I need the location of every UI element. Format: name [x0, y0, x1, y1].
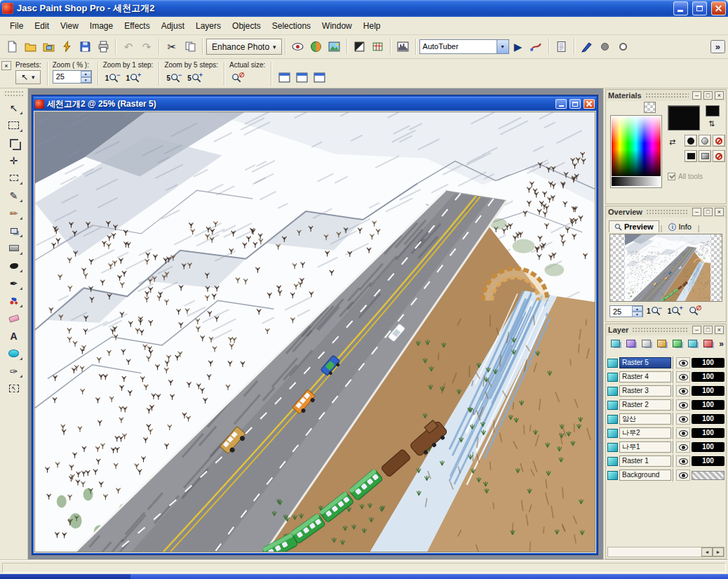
palette-drag-handle[interactable] [5, 91, 23, 96]
layer-row[interactable]: Background [607, 468, 724, 482]
straighten-grid-button[interactable] [369, 38, 387, 55]
layer-horizontal-scrollbar[interactable]: ◄ ► [607, 547, 724, 557]
tab-preview[interactable]: Preview [609, 220, 659, 232]
background-gradient-style-button[interactable] [699, 150, 711, 162]
text-tool[interactable]: A [4, 328, 24, 344]
background-transparent-button[interactable] [713, 150, 725, 162]
new-layer-group-button[interactable] [670, 337, 685, 350]
layer-opacity[interactable]: 100 [692, 456, 724, 466]
layer-name[interactable]: 암산 [619, 413, 671, 425]
layer-row[interactable]: 암산 100 [607, 412, 724, 426]
background-color-swatch[interactable] [706, 105, 720, 117]
layer-row[interactable]: 나무1 100 [607, 440, 724, 454]
overview-close-button[interactable]: × [715, 208, 724, 216]
undo-button[interactable]: ↶ [119, 38, 137, 55]
preset-shapes-tool[interactable] [4, 345, 24, 361]
menu-item-adjust[interactable]: Adjust [156, 18, 190, 34]
overview-thumbnail[interactable] [609, 234, 722, 302]
script-record-button[interactable] [614, 38, 633, 55]
zoom-out-5-button[interactable]: 5− [164, 70, 184, 86]
layer-opacity[interactable]: 100 [692, 414, 724, 424]
image-close-button[interactable] [584, 99, 595, 109]
layer-opacity[interactable]: 100 [692, 428, 724, 438]
scroll-right-button[interactable]: ► [713, 547, 724, 557]
layer-name[interactable]: 나무1 [619, 441, 671, 453]
overview-minimize-button[interactable]: – [692, 208, 701, 216]
layer-row[interactable]: 나무2 100 [607, 426, 724, 440]
layer-name[interactable]: Background [619, 470, 671, 481]
hue-saturation-map[interactable] [612, 117, 661, 176]
airbrush-tool[interactable] [4, 293, 24, 309]
layer-opacity[interactable]: 100 [692, 372, 724, 382]
contrast-button[interactable] [351, 38, 369, 55]
color-picker-rainbow[interactable] [610, 115, 662, 188]
overview-maximize-button[interactable]: □ [703, 208, 713, 216]
background-color-style-button[interactable] [685, 150, 697, 162]
layer-visibility-toggle[interactable] [676, 470, 690, 481]
tool-options-close-button[interactable]: × [1, 61, 11, 70]
zoom-in-1-button[interactable]: 1+ [124, 70, 144, 86]
eraser-tool[interactable] [4, 310, 24, 326]
foreground-transparent-button[interactable] [713, 135, 725, 147]
zoom-out-1-button[interactable]: 1− [103, 70, 123, 86]
menu-item-edit[interactable]: Edit [29, 18, 55, 34]
menu-item-image[interactable]: Image [84, 18, 119, 34]
menu-item-effects[interactable]: Effects [119, 18, 155, 34]
layer-splitter[interactable] [673, 357, 675, 369]
menu-item-help[interactable]: Help [358, 18, 386, 34]
histogram-button[interactable] [394, 38, 412, 55]
crop-tool[interactable] [4, 135, 24, 151]
grayscale-strip[interactable] [612, 177, 661, 186]
toolbar-overflow-button[interactable]: » [710, 40, 725, 53]
palette-grip[interactable] [646, 209, 689, 215]
layer-splitter[interactable] [673, 385, 675, 397]
duplicate-layer-button[interactable] [685, 337, 700, 350]
new-button[interactable] [3, 38, 21, 55]
clone-brush-tool[interactable] [4, 222, 24, 239]
dropper-tool[interactable]: ✎ [4, 187, 24, 204]
layer-splitter[interactable] [673, 441, 675, 453]
browse-button[interactable] [39, 38, 58, 55]
image-window-title-bar[interactable]: 세천고개2 @ 25% (Raster 5) [34, 97, 596, 111]
menu-item-layers[interactable]: Layers [190, 18, 227, 34]
layer-maximize-button[interactable]: □ [703, 326, 713, 334]
picture-tube-button[interactable] [527, 38, 546, 55]
layer-opacity[interactable]: 100 [692, 400, 724, 410]
layer-splitter[interactable] [673, 469, 675, 481]
new-vector-layer-button[interactable] [623, 337, 638, 350]
palette-grip[interactable] [645, 93, 689, 99]
red-eye-removal-button[interactable] [289, 38, 307, 55]
spin-up-button[interactable]: ▲ [632, 306, 642, 312]
fit-image-to-window-button[interactable] [294, 69, 310, 85]
layer-opacity[interactable]: 100 [692, 358, 724, 368]
image-window[interactable]: 세천고개2 @ 25% (Raster 5) [32, 95, 598, 554]
layer-splitter[interactable] [673, 371, 675, 383]
spin-down-button[interactable]: ▼ [632, 312, 642, 317]
all-tools-option[interactable]: All tools [668, 173, 703, 180]
layer-row[interactable]: Raster 2 100 [607, 398, 724, 412]
image-minimize-button[interactable] [555, 99, 567, 109]
scroll-left-button[interactable]: ◄ [701, 547, 713, 557]
print-button[interactable] [94, 38, 112, 55]
layer-title-bar[interactable]: Layer – □ × [606, 324, 726, 335]
selection-tool[interactable] [4, 170, 24, 186]
image-maximize-button[interactable] [569, 99, 581, 109]
import-button[interactable] [58, 38, 76, 55]
actual-size-button[interactable]: ∅ [229, 70, 247, 86]
script-edit-button[interactable] [578, 38, 596, 55]
canvas-surface[interactable] [34, 112, 595, 552]
layer-visibility-toggle[interactable] [676, 427, 690, 439]
overview-zoom-spinner[interactable]: 25 ▲ ▼ [609, 305, 643, 317]
materials-maximize-button[interactable]: □ [703, 91, 713, 100]
new-raster-layer-button[interactable] [608, 337, 623, 350]
retouch-tool[interactable] [4, 258, 24, 274]
layer-name[interactable]: Raster 5 [619, 357, 671, 368]
overview-zoom-in-button[interactable]: 1+ [666, 303, 685, 319]
redo-button[interactable]: ↷ [137, 38, 156, 55]
layer-splitter[interactable] [673, 399, 675, 411]
delete-layer-button[interactable] [701, 337, 715, 350]
pan-tool[interactable]: ↖ [4, 100, 24, 116]
paintbrush-tool[interactable]: ✏ [4, 205, 24, 221]
layer-name[interactable]: Raster 4 [619, 371, 671, 382]
foreground-color-swatch[interactable] [668, 105, 700, 131]
